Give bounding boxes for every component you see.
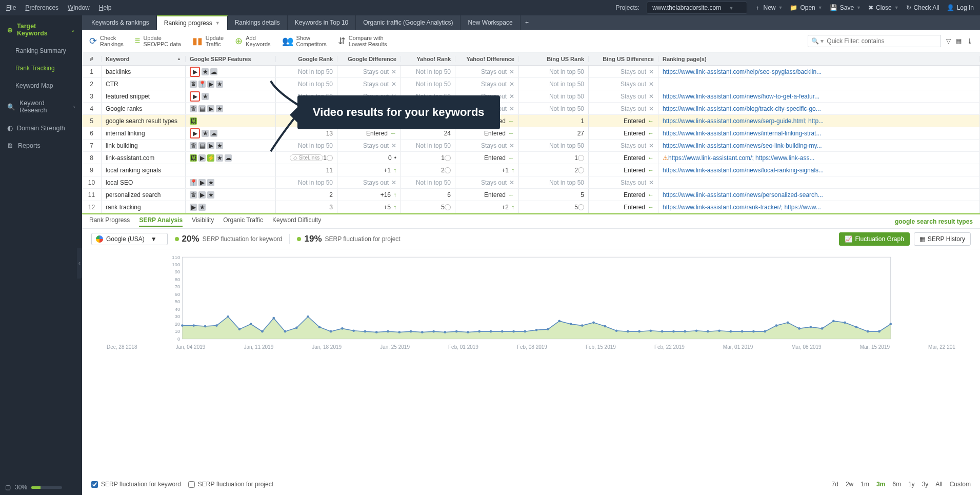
ranking-page-link[interactable]: https://www.link-assistant.com/news/inte… <box>663 130 821 137</box>
svg-point-27 <box>341 327 344 330</box>
serp-history-button[interactable]: ▦SERP History <box>914 232 971 246</box>
sidebar-item-keyword-research[interactable]: 🔍Keyword Research› <box>0 94 82 119</box>
sidebar-item-domain-strength[interactable]: ◐Domain Strength <box>0 119 82 137</box>
tab-organic-traffic-google-analytics-[interactable]: Organic traffic (Google Analytics) <box>356 15 461 30</box>
th-google-rank[interactable]: Google Rank <box>276 56 337 62</box>
sidebar-item-keyword-map[interactable]: Keyword Map <box>0 77 82 94</box>
range-6m[interactable]: 6m <box>892 481 901 488</box>
table-row[interactable]: 6internal linking▶★☁13Entered←24Entered←… <box>82 127 980 140</box>
svg-point-32 <box>398 331 401 333</box>
th-serp-features[interactable]: Google SERP Features <box>186 56 276 62</box>
table-row[interactable]: 11personalized search♛▶★2+16↑6Entered←5E… <box>82 189 980 201</box>
menu-window[interactable]: Window <box>68 4 90 11</box>
table-row[interactable]: 2CTR♛📍▶★Not in top 50Stays out✕Not in to… <box>82 78 980 90</box>
tab-keywords-rankings[interactable]: Keywords & rankings <box>84 15 157 30</box>
ranking-page-link[interactable]: https://www.link-assistant.com/; https:/… <box>668 154 814 162</box>
new-button[interactable]: ＋New▼ <box>754 4 783 12</box>
open-button[interactable]: 📁Open▼ <box>790 4 822 12</box>
range-1y[interactable]: 1y <box>908 481 915 488</box>
cb-keyword-fluctuation[interactable]: SERP fluctuation for keyword <box>91 481 181 488</box>
cb-project-fluctuation[interactable]: SERP fluctuation for project <box>188 481 273 488</box>
toolbar-rankings[interactable]: ⟳CheckRankings <box>89 35 124 47</box>
th-yahoo-rank[interactable]: Yahoo! Rank <box>401 56 455 62</box>
ranking-page-link[interactable]: https://www.link-assistant.com/blog/trac… <box>663 105 821 112</box>
table-row[interactable]: 5google search result types🖼1 +1↑1Entere… <box>82 115 980 127</box>
sidebar-item-reports[interactable]: 🗎Reports <box>0 137 82 154</box>
toolbar-lowest-results[interactable]: ⇵Compare withLowest Results <box>338 35 387 47</box>
svg-point-50 <box>604 325 606 328</box>
range-7d[interactable]: 7d <box>832 481 838 488</box>
analysis-tab-organic-traffic[interactable]: Organic Traffic <box>223 216 263 227</box>
tab-rankings-details[interactable]: Rankings details <box>228 15 288 30</box>
th-bing-rank[interactable]: Bing US Rank <box>519 56 589 62</box>
range-2w[interactable]: 2w <box>846 481 853 488</box>
menu-help[interactable]: Help <box>99 4 112 11</box>
sidebar-item-ranking-summary[interactable]: Ranking Summary <box>0 42 82 60</box>
analysis-tab-serp-analysis[interactable]: SERP Analysis <box>139 216 183 227</box>
tab-new-workspace[interactable]: New Workspace <box>461 15 520 30</box>
toolbar-competitors[interactable]: 👥ShowCompetitors <box>282 35 327 47</box>
table-row[interactable]: 12rank tracking▶★3+5↑5 +2↑5 Entered←http… <box>82 201 980 213</box>
arrow-left-icon: ← <box>508 154 514 162</box>
range-all[interactable]: All <box>935 481 942 488</box>
video-icon: ▶ <box>207 142 214 149</box>
range-custom[interactable]: Custom <box>950 481 971 488</box>
ranking-page-link[interactable]: https://www.link-assistant.com/news/loca… <box>663 167 824 174</box>
toolbar-seo-ppc-data[interactable]: ≡UpdateSEO/PPC data <box>135 35 181 47</box>
ranking-page-link[interactable]: https://www.link-assistant.com/news/how-… <box>663 93 819 100</box>
table-row[interactable]: 4Google ranks♛▤▶★Not in top 50Stays out✕… <box>82 103 980 115</box>
x-icon: ✕ <box>649 105 654 112</box>
th-keyword[interactable]: Keyword▲ <box>102 56 186 62</box>
table-row[interactable]: 7link building♛▤▶★Not in top 50Stays out… <box>82 140 980 152</box>
ranking-page-link[interactable]: https://www.link-assistant.com/help/seo-… <box>663 68 822 75</box>
table-header: # Keyword▲ Google SERP Features Google R… <box>82 52 980 66</box>
analysis-tab-rank-progress[interactable]: Rank Progress <box>89 216 130 227</box>
video-icon: ▶ <box>190 128 200 138</box>
svg-point-23 <box>295 327 298 329</box>
fluctuation-graph-button[interactable]: 📈Fluctuation Graph <box>839 232 909 246</box>
ranking-page-link[interactable]: https://www.link-assistant.com/news/pers… <box>663 191 823 199</box>
svg-point-62 <box>741 330 744 333</box>
ranking-page-link[interactable]: https://www.link-assistant.com/news/seo-… <box>663 142 822 149</box>
ranking-page-link[interactable]: https://www.link-assistant.com/rank-trac… <box>663 204 821 211</box>
menu-file[interactable]: File <box>6 4 16 11</box>
th-ranking-pages[interactable]: Ranking page(s) <box>658 56 980 62</box>
tab-keywords-in-top-[interactable]: Keywords in Top 10 <box>288 15 356 30</box>
table-row[interactable]: 9local ranking signals11+1↑2 +1↑2 Entere… <box>82 164 980 176</box>
filter-icon[interactable]: ▽ <box>946 37 951 45</box>
ranking-page-link[interactable]: https://www.link-assistant.com/news/serp… <box>663 117 824 125</box>
analysis-tab-visibility[interactable]: Visibility <box>192 216 214 227</box>
x-icon: ✕ <box>649 142 654 149</box>
close-button[interactable]: ✖Close▼ <box>868 4 899 12</box>
analysis-tab-keyword-difficulty[interactable]: Keyword Difficulty <box>272 216 321 227</box>
menu-preferences[interactable]: Preferences <box>25 4 58 11</box>
log-in-button[interactable]: 👤Log In <box>947 4 974 12</box>
th-number[interactable]: # <box>82 56 102 62</box>
search-engine-selector[interactable]: Google (USA) ▼ <box>91 233 168 245</box>
save-button[interactable]: 💾Save▼ <box>830 4 861 12</box>
table-row[interactable]: 1backlinks▶★☁Not in top 50Stays out✕Not … <box>82 66 980 78</box>
columns-icon[interactable]: ▦ <box>956 37 962 45</box>
range-3y[interactable]: 3y <box>922 481 929 488</box>
toolbar-keywords[interactable]: ⊕AddKeywords <box>235 35 270 47</box>
svg-point-16 <box>215 324 218 327</box>
export-icon[interactable]: ⭳ <box>967 37 973 45</box>
toolbar-traffic[interactable]: ▮▮UpdateTraffic <box>192 35 224 47</box>
table-row[interactable]: 10local SEO📍▶★Not in top 50Stays out✕Not… <box>82 176 980 189</box>
check-all-button[interactable]: ↻Check All <box>906 4 939 12</box>
range-1m[interactable]: 1m <box>861 481 869 488</box>
th-bing-diff[interactable]: Bing US Difference <box>589 56 658 62</box>
th-google-diff[interactable]: Google Difference <box>337 56 401 62</box>
table-row[interactable]: 8link-assistant.com🖼▶⚡★☁◇ SiteLinks 1 0•… <box>82 152 980 164</box>
table-row[interactable]: 3featured snippet▶★Not in top 50Stays ou… <box>82 90 980 103</box>
th-yahoo-diff[interactable]: Yahoo! Difference <box>455 56 519 62</box>
quick-filter[interactable]: 🔍 ▾ <box>808 35 941 47</box>
project-dropdown[interactable]: www.thelabradorsite.com ▼ <box>647 2 747 14</box>
sidebar-item-target-keywords[interactable]: ⊕Target Keywords⌄ <box>0 17 82 42</box>
range-3m[interactable]: 3m <box>876 481 885 488</box>
sidebar-item-rank-tracking[interactable]: Rank Tracking <box>0 60 82 77</box>
sidebar-collapse-handle[interactable]: ‹ <box>77 248 82 279</box>
add-workspace-tab[interactable]: + <box>521 15 534 30</box>
tab-ranking-progress[interactable]: Ranking progress▼ <box>157 15 228 30</box>
quick-filter-input[interactable] <box>827 37 941 45</box>
